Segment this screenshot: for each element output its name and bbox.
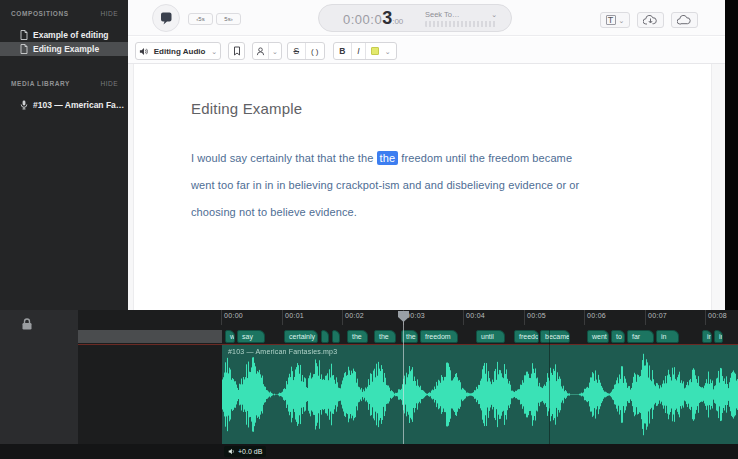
word-segment[interactable]: the bbox=[374, 330, 396, 343]
cloud-sync-button[interactable] bbox=[671, 12, 698, 28]
sidebar-item[interactable]: Example of editing bbox=[0, 28, 128, 42]
ruler-tick bbox=[645, 310, 646, 325]
italic-button[interactable]: I bbox=[357, 46, 359, 56]
sidebar: COMPOSITIONSHIDEExample of editingEditin… bbox=[0, 0, 128, 310]
ruler-time-label: 00:02 bbox=[345, 312, 364, 319]
word-segment[interactable] bbox=[332, 330, 340, 343]
clip-split-line bbox=[549, 330, 550, 444]
editing-mode-dropdown[interactable]: Editing Audio ⌄ bbox=[135, 42, 221, 60]
ruler-tick bbox=[221, 310, 222, 325]
chevron-down-icon: ⌄ bbox=[211, 48, 217, 55]
edit-tools-group[interactable]: S ( ) bbox=[287, 42, 325, 60]
skip-forward-5s-button[interactable]: 5s› bbox=[216, 13, 241, 25]
cloud-icon bbox=[677, 15, 692, 25]
sidebar-item-label: Example of editing bbox=[33, 30, 109, 40]
cloud-download-button[interactable] bbox=[637, 12, 664, 28]
word-segment[interactable]: went bbox=[587, 330, 609, 343]
document-page[interactable]: Editing Example I would say certainly th… bbox=[133, 64, 712, 310]
bookmark-icon bbox=[233, 46, 241, 56]
sidebar-item[interactable]: Editing Example bbox=[0, 42, 128, 56]
ruler-time-label: 00:08 bbox=[708, 312, 727, 319]
word-segment[interactable]: in bbox=[656, 330, 679, 343]
editing-mode-label: Editing Audio bbox=[154, 47, 206, 56]
ruler-time-label: 00:01 bbox=[285, 312, 304, 319]
strikethrough-button[interactable]: S bbox=[293, 46, 299, 56]
sidebar-section-header: MEDIA LIBRARYHIDE bbox=[0, 76, 128, 90]
ruler-tick bbox=[463, 310, 464, 325]
word-segment[interactable]: became bbox=[540, 330, 570, 343]
chevron-down-icon: ⌄ bbox=[619, 17, 625, 24]
flag-icon bbox=[160, 11, 173, 25]
sidebar-section-header: COMPOSITIONSHIDE bbox=[0, 6, 128, 20]
transcript-line[interactable]: went too far in in in believing crackpot… bbox=[191, 172, 654, 199]
gain-value: +0.0 dB bbox=[238, 448, 262, 455]
ruler-tick bbox=[705, 310, 706, 325]
chevron-down-icon: ⌄ bbox=[272, 48, 278, 55]
word-segment[interactable]: say bbox=[237, 330, 265, 343]
word-segment[interactable]: freedom bbox=[420, 330, 458, 343]
document-icon bbox=[20, 44, 28, 54]
word-segment[interactable]: in bbox=[714, 330, 723, 343]
word-segment[interactable]: certainly bbox=[284, 330, 318, 343]
transcript-text[interactable]: I would say certainly that that the the … bbox=[191, 145, 654, 226]
speaker-icon bbox=[139, 47, 148, 56]
seek-to-dropdown[interactable]: Seek To… ⌄ bbox=[425, 10, 497, 27]
lock-icon[interactable] bbox=[20, 317, 34, 331]
speaker-icon bbox=[228, 448, 235, 455]
scrub-strip[interactable] bbox=[425, 21, 497, 27]
main-panel: ‹5s 5s› 0:00:03:00 Seek To… ⌄ T ⌄ bbox=[128, 0, 725, 310]
document-area: Editing Example I would say certainly th… bbox=[128, 64, 725, 310]
word-segment[interactable] bbox=[321, 330, 329, 343]
highlight-color-swatch[interactable] bbox=[371, 47, 379, 55]
sidebar-item-label: #103 — American Fa… bbox=[33, 100, 124, 110]
transport-toolbar: ‹5s 5s› 0:00:03:00 Seek To… ⌄ T ⌄ bbox=[128, 0, 725, 36]
word-segment[interactable]: to bbox=[611, 330, 625, 343]
document-title[interactable]: Editing Example bbox=[191, 100, 654, 117]
word-segment[interactable]: far bbox=[627, 330, 654, 343]
playhead-marker[interactable] bbox=[398, 311, 409, 322]
play-flag-button[interactable] bbox=[152, 4, 180, 32]
word-segment[interactable]: in bbox=[702, 330, 712, 343]
track-header-panel bbox=[0, 310, 78, 448]
ruler-tick bbox=[584, 310, 585, 325]
hide-section-button[interactable]: HIDE bbox=[100, 80, 118, 87]
divider bbox=[305, 43, 306, 59]
transcript-line[interactable]: choosing not to believe evidence. bbox=[191, 199, 654, 226]
word-track-header[interactable] bbox=[78, 330, 222, 343]
parentheses-button[interactable]: ( ) bbox=[311, 47, 319, 56]
text-tool-icon: T bbox=[606, 15, 616, 25]
text-style-group[interactable]: B I ⌄ bbox=[333, 42, 397, 60]
selected-word[interactable]: the bbox=[377, 151, 399, 165]
waveform[interactable] bbox=[222, 345, 738, 444]
section-title: MEDIA LIBRARY bbox=[11, 80, 70, 87]
word-segment[interactable]: until bbox=[476, 330, 505, 343]
speaker-assign-button[interactable]: ⌄ bbox=[252, 42, 282, 60]
word-segment[interactable]: the bbox=[347, 330, 368, 343]
ruler-tick bbox=[282, 310, 283, 325]
text-style-button[interactable]: T ⌄ bbox=[600, 12, 630, 28]
timeline-panel: 00:0000:0100:0200:0300:0400:0500:0600:07… bbox=[0, 310, 738, 459]
playhead-line[interactable] bbox=[403, 311, 404, 444]
document-icon bbox=[20, 30, 28, 40]
word-segment[interactable]: w bbox=[225, 330, 235, 343]
seek-to-label: Seek To… bbox=[425, 10, 459, 19]
clip-name-label: #103 — American Fantasies.mp3 bbox=[228, 348, 337, 355]
hide-section-button[interactable]: HIDE bbox=[100, 10, 118, 17]
bold-button[interactable]: B bbox=[339, 46, 345, 56]
divider bbox=[365, 43, 366, 59]
timecode-prefix: 0:00:0 bbox=[343, 12, 382, 27]
bookmark-button[interactable] bbox=[228, 42, 245, 60]
microphone-icon bbox=[20, 100, 28, 110]
skip-back-5s-button[interactable]: ‹5s bbox=[188, 13, 213, 25]
format-toolbar: Editing Audio ⌄ ⌄ S ( ) bbox=[128, 37, 725, 64]
person-icon bbox=[256, 47, 265, 56]
ruler-time-label: 00:06 bbox=[587, 312, 606, 319]
gain-control[interactable]: +0.0 dB bbox=[224, 446, 266, 457]
transcript-line[interactable]: I would say certainly that that the the … bbox=[191, 145, 654, 172]
sidebar-item-label: Editing Example bbox=[33, 44, 99, 54]
cloud-download-icon bbox=[643, 15, 658, 25]
section-title: COMPOSITIONS bbox=[11, 10, 69, 17]
word-segment[interactable]: freedom bbox=[514, 330, 539, 343]
timecode-frames: :00 bbox=[392, 17, 403, 26]
sidebar-item[interactable]: #103 — American Fa… bbox=[0, 98, 128, 112]
